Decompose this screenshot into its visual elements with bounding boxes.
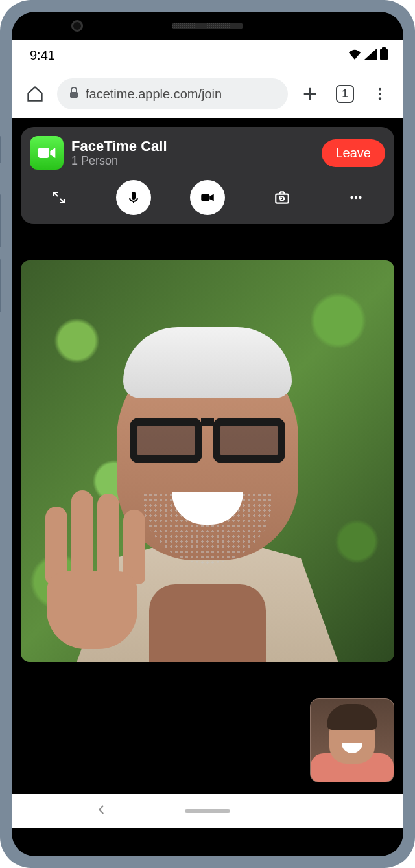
earpiece-speaker xyxy=(172,23,243,29)
svg-point-5 xyxy=(379,88,381,91)
call-header-card: FaceTime Call 1 Person Leave xyxy=(21,127,394,224)
fullscreen-button[interactable] xyxy=(42,180,77,215)
browser-toolbar: facetime.apple.com/join 1 xyxy=(12,70,403,118)
home-indicator[interactable] xyxy=(185,809,230,813)
svg-rect-0 xyxy=(380,49,388,60)
status-icons xyxy=(348,47,388,63)
remote-video-tile[interactable] xyxy=(21,260,394,662)
phone-frame: 9:41 xyxy=(0,0,415,868)
status-bar: 9:41 xyxy=(12,40,403,70)
call-viewport: FaceTime Call 1 Person Leave xyxy=(12,118,403,794)
phone-bezel: 9:41 xyxy=(12,12,403,856)
tabs-button[interactable]: 1 xyxy=(332,81,358,107)
svg-rect-9 xyxy=(132,192,136,200)
cellular-icon xyxy=(364,48,377,63)
call-subtitle: 1 Person xyxy=(71,154,314,168)
url-text: facetime.apple.com/join xyxy=(86,87,222,102)
flip-camera-button[interactable] xyxy=(265,180,300,215)
volume-button xyxy=(0,259,1,312)
phone-hardware-top xyxy=(12,12,403,40)
new-tab-button[interactable] xyxy=(297,81,323,107)
leave-button[interactable]: Leave xyxy=(322,139,386,167)
volume-button xyxy=(0,194,1,247)
svg-point-14 xyxy=(355,196,357,199)
person-shirt xyxy=(149,584,266,662)
more-button[interactable] xyxy=(338,180,374,215)
facetime-icon xyxy=(30,136,64,170)
back-button[interactable] xyxy=(96,804,108,818)
screen: 9:41 xyxy=(12,40,403,828)
svg-rect-2 xyxy=(70,92,78,98)
self-video-tile[interactable] xyxy=(310,698,394,782)
svg-rect-8 xyxy=(38,148,49,158)
svg-point-15 xyxy=(359,196,361,199)
status-time: 9:41 xyxy=(30,48,55,63)
mute-button[interactable] xyxy=(116,180,151,215)
tab-count-badge: 1 xyxy=(336,85,354,103)
waving-hand xyxy=(34,494,150,649)
call-title: FaceTime Call xyxy=(71,138,314,154)
home-button[interactable] xyxy=(22,81,48,107)
svg-point-6 xyxy=(379,93,381,95)
svg-point-13 xyxy=(350,196,353,199)
front-camera xyxy=(71,20,83,32)
camera-toggle-button[interactable] xyxy=(190,180,225,215)
svg-rect-11 xyxy=(201,194,209,201)
lock-icon xyxy=(69,87,79,102)
battery-icon xyxy=(380,47,388,63)
wifi-icon xyxy=(348,48,362,63)
volume-button xyxy=(0,136,1,163)
menu-button[interactable] xyxy=(367,81,393,107)
svg-rect-1 xyxy=(382,47,386,49)
svg-point-7 xyxy=(379,97,381,100)
url-bar[interactable]: facetime.apple.com/join xyxy=(57,78,288,109)
system-nav-bar xyxy=(12,794,403,828)
